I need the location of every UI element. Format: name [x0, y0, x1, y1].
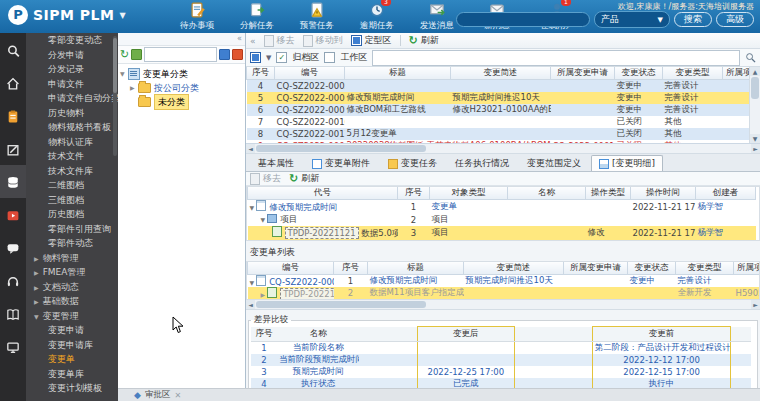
chevron-down-icon[interactable]: ▼ — [119, 11, 125, 20]
scrollbar-thumb[interactable] — [751, 77, 759, 99]
column-header[interactable]: 标题 — [368, 262, 464, 275]
chevron-down-icon[interactable]: ▼ — [261, 216, 266, 223]
sidebar-item[interactable]: 变更单库 — [26, 367, 118, 382]
scrollbar-thumb[interactable] — [256, 145, 426, 152]
column-header[interactable]: 变更前 — [592, 327, 731, 342]
tab[interactable]: [变更明细] — [591, 155, 663, 171]
chevron-right-icon[interactable]: ▶ — [261, 291, 266, 298]
tree-node-company[interactable]: ▶ 按公司分类 — [120, 81, 243, 95]
menu-scrollbar-thumb[interactable] — [113, 38, 117, 93]
archive-checkbox[interactable] — [276, 52, 287, 63]
chevron-down-icon[interactable]: ▼ — [266, 54, 271, 62]
tree-refresh-icon[interactable]: ↻ — [120, 49, 129, 60]
scroll-up-icon[interactable]: ▲ — [750, 67, 760, 76]
column-header[interactable]: 变更类型 — [676, 262, 734, 275]
sidebar-item[interactable]: 零部变更动态 — [26, 33, 118, 48]
sidebar-item[interactable]: 变更申请库 — [26, 338, 118, 353]
sidebar-item[interactable]: 三维图档 — [26, 193, 118, 208]
sidebar-item[interactable]: 分发记录 — [26, 62, 118, 77]
detail-remove-button[interactable]: 移去 — [250, 172, 281, 185]
sidebar-item[interactable]: ▶FMEA管理 — [26, 265, 118, 280]
table-row[interactable]: 7CQ-SZ2022-0016已关闭其他 — [247, 116, 760, 128]
scroll-right-icon[interactable]: ► — [751, 144, 760, 153]
column-header[interactable]: 序号 — [334, 262, 368, 275]
horizontal-scrollbar[interactable]: ◄ ► — [246, 144, 760, 154]
workspace-checkbox[interactable] — [324, 52, 335, 63]
sidebar-item[interactable]: 变更单 — [26, 352, 118, 367]
table-row[interactable]: 6CQ-SZ2022-0007修改BOM和工艺路线修改H23021-0100AA… — [247, 104, 760, 116]
column-header[interactable] — [731, 327, 751, 342]
column-header[interactable]: 名称 — [508, 187, 586, 200]
sidebar-item[interactable]: 历史物料 — [26, 106, 118, 121]
table-row[interactable]: ▶TPDP-202211112数据M11项目客户指定成果全新开发H59055 — [248, 287, 760, 299]
table-row[interactable]: 1当前阶段名称第二阶段：产品设计开发和过程设计开发 — [251, 342, 751, 355]
column-header[interactable]: 编号 — [248, 262, 334, 275]
column-header[interactable] — [359, 327, 417, 342]
tree-locate-button[interactable] — [219, 49, 230, 60]
detail-refresh-button[interactable]: ↻ 刷新 — [289, 172, 319, 185]
column-header[interactable]: 创建者 — [696, 187, 756, 200]
close-icon[interactable]: ✕ — [174, 391, 181, 400]
chevron-right-icon[interactable]: ▶ — [130, 81, 138, 95]
scrollbar-thumb[interactable] — [256, 301, 426, 308]
sidebar-item[interactable]: 物料认证库 — [26, 135, 118, 150]
table-row[interactable]: ▼修改预期完成时间1变更单2022-11-21 17:02杨学智 — [248, 200, 756, 215]
sidebar-item[interactable]: ▶基础数据 — [26, 294, 118, 309]
collapse-panel-icon[interactable]: « — [250, 36, 256, 46]
sidebar-item[interactable]: 零部件引用查询 — [26, 222, 118, 237]
table-row[interactable]: ▼CQ-SZ2022-00061修改预期完成时间预期完成时间推迟10天变更中完善… — [248, 275, 760, 288]
sidebar-item[interactable]: 历史图档 — [26, 207, 118, 222]
rail-edit-icon[interactable] — [0, 132, 26, 165]
scroll-left-icon[interactable]: ◄ — [246, 300, 255, 309]
column-header[interactable]: 名称 — [277, 327, 359, 342]
scroll-right-icon[interactable]: ► — [751, 300, 760, 309]
column-header[interactable]: 变更状态 — [615, 67, 663, 80]
rail-tasks-icon[interactable] — [0, 99, 26, 132]
rail-chat-icon[interactable] — [0, 231, 26, 264]
tree-category-icon[interactable] — [131, 49, 142, 60]
header-tool[interactable]: 3逾期任务 — [355, 2, 399, 32]
sidebar-item[interactable]: 二维图档 — [26, 178, 118, 193]
rail-home-icon[interactable] — [0, 66, 26, 99]
column-header[interactable]: 变更状态 — [628, 262, 676, 275]
header-tool[interactable]: 发送消息 — [415, 2, 459, 32]
horizontal-scrollbar[interactable]: ◄ ► — [246, 300, 760, 310]
approval-zone-bar[interactable]: ◆ 审批区 ✕ — [118, 388, 760, 401]
tab[interactable]: 变更任务 — [380, 155, 445, 171]
column-header[interactable]: 所属变更申请 — [551, 67, 615, 80]
grid-search-input[interactable] — [372, 50, 740, 66]
selected-item-box[interactable]: TPDP-20221121 — [285, 227, 359, 239]
finalize-zone-button[interactable]: 定型区 — [351, 34, 392, 47]
chevron-down-icon[interactable]: ▼ — [250, 204, 255, 211]
rail-book-icon[interactable] — [0, 297, 26, 330]
collapse-left-icon[interactable]: « — [237, 34, 242, 43]
rail-video-icon[interactable] — [0, 198, 26, 231]
remove-button[interactable]: 移去 — [264, 34, 295, 47]
global-search-input[interactable] — [456, 12, 590, 27]
column-header[interactable]: 所属项目编号 — [734, 262, 760, 275]
header-tool[interactable]: 分解任务 — [235, 2, 279, 32]
column-header[interactable]: 操作类型 — [586, 187, 631, 200]
sidebar-item[interactable]: 技术文件库 — [26, 164, 118, 179]
column-header[interactable]: 变更简述 — [451, 67, 551, 80]
sidebar-item[interactable]: 变更申请 — [26, 323, 118, 338]
chevron-down-icon[interactable]: ▼ — [120, 67, 128, 81]
column-header[interactable]: 变更后 — [418, 327, 514, 342]
magnifier-icon[interactable] — [745, 52, 756, 63]
column-header[interactable]: 操作时间 — [631, 187, 696, 200]
table-row[interactable]: 8CQ-SZ2022-00175月12变更单已关闭其他 — [247, 128, 760, 140]
column-header[interactable]: 所属变更申请 — [564, 262, 628, 275]
refresh-button[interactable]: ↻ 刷新 — [409, 34, 439, 47]
column-header[interactable]: 标题 — [345, 67, 451, 80]
search-category-select[interactable]: 产品 ▼ — [594, 11, 670, 28]
table-row[interactable]: 4CQ-SZ2022-0005变更中完善设计 — [247, 80, 760, 93]
table-row[interactable]: ▼项目2项目 — [248, 214, 756, 226]
sidebar-item[interactable]: 申请文件自动分类 — [26, 91, 118, 106]
tree-node-root[interactable]: ▼ 变更单分类 — [120, 67, 243, 81]
move-to-button[interactable]: 移动到 — [303, 34, 343, 47]
sidebar-item[interactable]: 分发申请 — [26, 48, 118, 63]
scroll-down-icon[interactable]: ▼ — [750, 134, 760, 143]
tree-clear-button[interactable] — [232, 49, 243, 60]
menu-scrollbar[interactable] — [113, 36, 117, 156]
tab[interactable]: 变更范围定义 — [519, 155, 589, 171]
